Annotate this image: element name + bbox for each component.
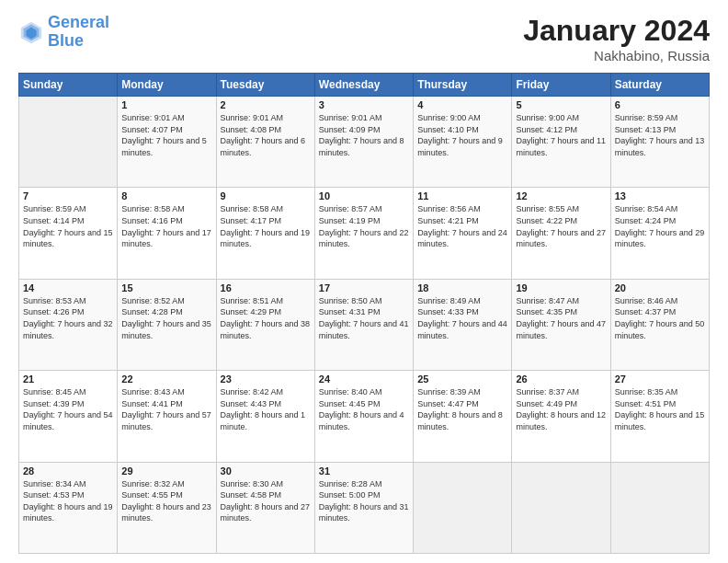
daylight: Daylight: 7 hours and 27 minutes. xyxy=(516,227,606,250)
sunset: Sunset: 5:00 PM xyxy=(319,489,409,501)
logo-line2: Blue xyxy=(48,31,84,50)
day-info: Sunrise: 8:52 AM Sunset: 4:28 PM Dayligh… xyxy=(121,295,211,341)
day-info: Sunrise: 8:28 AM Sunset: 5:00 PM Dayligh… xyxy=(319,478,409,524)
sunset: Sunset: 4:35 PM xyxy=(516,306,606,318)
day-number: 3 xyxy=(319,99,409,110)
sunrise: Sunrise: 9:00 AM xyxy=(417,112,507,124)
day-info: Sunrise: 8:57 AM Sunset: 4:19 PM Dayligh… xyxy=(319,203,409,249)
day-info: Sunrise: 8:53 AM Sunset: 4:26 PM Dayligh… xyxy=(23,295,113,341)
daylight: Daylight: 7 hours and 47 minutes. xyxy=(516,318,606,341)
day-info: Sunrise: 8:42 AM Sunset: 4:43 PM Dayligh… xyxy=(221,386,311,432)
day-number: 23 xyxy=(221,373,311,385)
day-number: 30 xyxy=(221,465,311,477)
calendar-cell: 28 Sunrise: 8:34 AM Sunset: 4:53 PM Dayl… xyxy=(19,462,118,553)
calendar-cell: 16 Sunrise: 8:51 AM Sunset: 4:29 PM Dayl… xyxy=(216,279,314,370)
sunset: Sunset: 4:13 PM xyxy=(615,124,705,136)
sunset: Sunset: 4:16 PM xyxy=(121,215,211,227)
header-saturday: Saturday xyxy=(610,74,709,97)
calendar-cell: 14 Sunrise: 8:53 AM Sunset: 4:26 PM Dayl… xyxy=(19,279,118,370)
calendar-cell: 21 Sunrise: 8:45 AM Sunset: 4:39 PM Dayl… xyxy=(19,371,118,462)
calendar-cell xyxy=(610,462,709,553)
daylight: Daylight: 7 hours and 13 minutes. xyxy=(615,135,705,158)
day-number: 26 xyxy=(516,373,606,385)
day-number: 25 xyxy=(417,373,507,385)
calendar-cell xyxy=(414,462,512,553)
sunrise: Sunrise: 8:39 AM xyxy=(417,386,507,398)
day-number: 17 xyxy=(319,282,409,293)
daylight: Daylight: 8 hours and 8 minutes. xyxy=(417,409,507,432)
day-info: Sunrise: 8:56 AM Sunset: 4:21 PM Dayligh… xyxy=(417,203,507,249)
calendar-cell xyxy=(512,462,610,553)
daylight: Daylight: 7 hours and 50 minutes. xyxy=(615,318,705,341)
day-number: 22 xyxy=(121,373,211,385)
sunrise: Sunrise: 8:32 AM xyxy=(121,478,211,490)
day-info: Sunrise: 9:00 AM Sunset: 4:12 PM Dayligh… xyxy=(516,112,606,158)
daylight: Daylight: 7 hours and 11 minutes. xyxy=(516,135,606,158)
day-info: Sunrise: 8:58 AM Sunset: 4:17 PM Dayligh… xyxy=(221,203,311,249)
logo: General Blue xyxy=(18,14,109,51)
calendar-cell: 11 Sunrise: 8:56 AM Sunset: 4:21 PM Dayl… xyxy=(414,188,512,279)
day-number: 4 xyxy=(417,99,507,110)
sunrise: Sunrise: 8:56 AM xyxy=(417,203,507,215)
sunset: Sunset: 4:58 PM xyxy=(221,489,311,501)
sunrise: Sunrise: 8:52 AM xyxy=(121,295,211,307)
sunset: Sunset: 4:10 PM xyxy=(417,124,507,136)
daylight: Daylight: 7 hours and 35 minutes. xyxy=(121,318,211,341)
daylight: Daylight: 7 hours and 54 minutes. xyxy=(23,409,113,432)
sunrise: Sunrise: 8:46 AM xyxy=(615,295,705,307)
calendar-cell: 9 Sunrise: 8:58 AM Sunset: 4:17 PM Dayli… xyxy=(216,188,314,279)
daylight: Daylight: 8 hours and 19 minutes. xyxy=(23,501,113,524)
sunset: Sunset: 4:29 PM xyxy=(221,306,311,318)
day-info: Sunrise: 8:39 AM Sunset: 4:47 PM Dayligh… xyxy=(417,386,507,432)
day-info: Sunrise: 8:32 AM Sunset: 4:55 PM Dayligh… xyxy=(121,478,211,524)
sunrise: Sunrise: 8:42 AM xyxy=(221,386,311,398)
daylight: Daylight: 7 hours and 17 minutes. xyxy=(121,227,211,250)
daylight: Daylight: 7 hours and 41 minutes. xyxy=(319,318,409,341)
sunrise: Sunrise: 9:01 AM xyxy=(319,112,409,124)
sunrise: Sunrise: 9:01 AM xyxy=(121,112,211,124)
sunset: Sunset: 4:43 PM xyxy=(221,398,311,410)
daylight: Daylight: 7 hours and 5 minutes. xyxy=(121,135,211,158)
header-thursday: Thursday xyxy=(414,74,512,97)
sunrise: Sunrise: 8:43 AM xyxy=(121,386,211,398)
sunset: Sunset: 4:51 PM xyxy=(615,398,705,410)
day-number: 6 xyxy=(615,99,705,110)
calendar-cell: 8 Sunrise: 8:58 AM Sunset: 4:16 PM Dayli… xyxy=(118,188,216,279)
header-friday: Friday xyxy=(512,74,610,97)
calendar-week-2: 14 Sunrise: 8:53 AM Sunset: 4:26 PM Dayl… xyxy=(19,279,710,370)
daylight: Daylight: 7 hours and 57 minutes. xyxy=(121,409,211,432)
sunrise: Sunrise: 8:40 AM xyxy=(319,386,409,398)
day-info: Sunrise: 9:01 AM Sunset: 4:07 PM Dayligh… xyxy=(121,112,211,158)
daylight: Daylight: 7 hours and 44 minutes. xyxy=(417,318,507,341)
sunrise: Sunrise: 8:58 AM xyxy=(221,203,311,215)
day-number: 7 xyxy=(23,190,113,201)
sunrise: Sunrise: 8:45 AM xyxy=(23,386,113,398)
calendar-cell: 2 Sunrise: 9:01 AM Sunset: 4:08 PM Dayli… xyxy=(216,97,314,188)
day-info: Sunrise: 8:54 AM Sunset: 4:24 PM Dayligh… xyxy=(615,203,705,249)
calendar-cell: 6 Sunrise: 8:59 AM Sunset: 4:13 PM Dayli… xyxy=(610,97,709,188)
day-number: 24 xyxy=(319,373,409,385)
sunrise: Sunrise: 8:54 AM xyxy=(615,203,705,215)
sunrise: Sunrise: 8:30 AM xyxy=(221,478,311,490)
day-info: Sunrise: 9:01 AM Sunset: 4:08 PM Dayligh… xyxy=(221,112,311,158)
sunset: Sunset: 4:28 PM xyxy=(121,306,211,318)
sunset: Sunset: 4:08 PM xyxy=(221,124,311,136)
day-info: Sunrise: 8:58 AM Sunset: 4:16 PM Dayligh… xyxy=(121,203,211,249)
calendar-cell: 17 Sunrise: 8:50 AM Sunset: 4:31 PM Dayl… xyxy=(314,279,413,370)
sunrise: Sunrise: 8:35 AM xyxy=(615,386,705,398)
sunrise: Sunrise: 8:47 AM xyxy=(516,295,606,307)
sunset: Sunset: 4:26 PM xyxy=(23,306,113,318)
sunset: Sunset: 4:07 PM xyxy=(121,124,211,136)
sunrise: Sunrise: 8:53 AM xyxy=(23,295,113,307)
sunset: Sunset: 4:53 PM xyxy=(23,489,113,501)
day-info: Sunrise: 9:00 AM Sunset: 4:10 PM Dayligh… xyxy=(417,112,507,158)
sunrise: Sunrise: 8:51 AM xyxy=(221,295,311,307)
calendar-cell: 31 Sunrise: 8:28 AM Sunset: 5:00 PM Dayl… xyxy=(314,462,413,553)
daylight: Daylight: 7 hours and 24 minutes. xyxy=(417,227,507,250)
daylight: Daylight: 8 hours and 23 minutes. xyxy=(121,501,211,524)
sunset: Sunset: 4:22 PM xyxy=(516,215,606,227)
daylight: Daylight: 8 hours and 15 minutes. xyxy=(615,409,705,432)
calendar-cell: 25 Sunrise: 8:39 AM Sunset: 4:47 PM Dayl… xyxy=(414,371,512,462)
calendar-cell: 7 Sunrise: 8:59 AM Sunset: 4:14 PM Dayli… xyxy=(19,188,118,279)
calendar-cell: 5 Sunrise: 9:00 AM Sunset: 4:12 PM Dayli… xyxy=(512,97,610,188)
